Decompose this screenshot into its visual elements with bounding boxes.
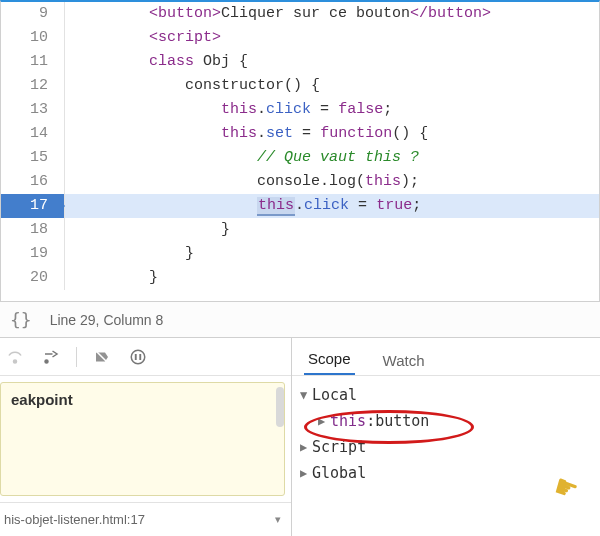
line-number[interactable]: 14 — [1, 122, 65, 146]
line-number[interactable]: 18 — [1, 218, 65, 242]
code-content[interactable]: } — [65, 242, 194, 266]
step-into-icon[interactable] — [40, 346, 62, 368]
code-content[interactable]: <button>Cliquer sur ce bouton</button> — [65, 2, 491, 26]
callstack-row[interactable]: his-objet-listener.html:17 ▾ — [0, 502, 291, 536]
code-line[interactable]: 16 console.log(this); — [1, 170, 599, 194]
paused-message-text: eakpoint — [11, 391, 73, 408]
code-line[interactable]: 14 this.set = function() { — [1, 122, 599, 146]
svg-point-2 — [131, 350, 145, 364]
code-line[interactable]: 12 constructor() { — [1, 74, 599, 98]
chevron-down-icon[interactable]: ▾ — [269, 513, 287, 526]
pretty-print-icon[interactable]: {} — [10, 309, 32, 330]
expand-icon[interactable]: ▶ — [300, 440, 312, 454]
code-content[interactable]: } — [65, 218, 230, 242]
debugger-left-pane: eakpoint his-objet-listener.html:17 ▾ — [0, 338, 292, 536]
scope-tree[interactable]: ▼ Local ▶ this: button ▶ Script ▶ Global… — [292, 376, 600, 492]
scope-local[interactable]: ▼ Local — [300, 382, 592, 408]
editor-statusbar: {} Line 29, Column 8 — [0, 302, 600, 338]
expand-icon[interactable]: ▼ — [300, 388, 312, 402]
tab-watch[interactable]: Watch — [379, 344, 429, 375]
line-number[interactable]: 19 — [1, 242, 65, 266]
pause-on-exceptions-icon[interactable] — [127, 346, 149, 368]
line-number[interactable]: 9 — [1, 2, 65, 26]
line-number[interactable]: 11 — [1, 50, 65, 74]
line-number[interactable]: 17 — [1, 194, 65, 218]
code-content[interactable]: constructor() { — [65, 74, 320, 98]
code-line[interactable]: 15 // Que vaut this ? — [1, 146, 599, 170]
debugger-panel: eakpoint his-objet-listener.html:17 ▾ Sc… — [0, 338, 600, 536]
tab-scope[interactable]: Scope — [304, 342, 355, 375]
expand-icon[interactable]: ▶ — [318, 414, 330, 428]
svg-point-1 — [45, 360, 48, 363]
callstack-location: his-objet-listener.html:17 — [0, 512, 269, 527]
line-number[interactable]: 10 — [1, 26, 65, 50]
line-number[interactable]: 20 — [1, 266, 65, 290]
source-editor[interactable]: 9 <button>Cliquer sur ce bouton</button>… — [0, 0, 600, 302]
code-content[interactable]: this.set = function() { — [65, 122, 428, 146]
code-line[interactable]: 10 <script> — [1, 26, 599, 50]
line-number[interactable]: 15 — [1, 146, 65, 170]
paused-message: eakpoint — [0, 382, 285, 496]
debugger-right-pane: Scope Watch ▼ Local ▶ this: button ▶ Scr… — [292, 338, 600, 536]
toolbar-separator — [76, 347, 77, 367]
code-content[interactable]: this.click = true; — [65, 194, 421, 218]
code-line[interactable]: 17 this.click = true; — [1, 194, 599, 218]
code-line[interactable]: 13 this.click = false; — [1, 98, 599, 122]
code-content[interactable]: console.log(this); — [65, 170, 419, 194]
code-content[interactable]: class Obj { — [65, 50, 248, 74]
code-content[interactable]: // Que vaut this ? — [65, 146, 419, 170]
expand-icon[interactable]: ▶ — [300, 466, 312, 480]
deactivate-breakpoints-icon[interactable] — [91, 346, 113, 368]
scope-this[interactable]: ▶ this: button — [300, 408, 592, 434]
line-number[interactable]: 13 — [1, 98, 65, 122]
line-number[interactable]: 16 — [1, 170, 65, 194]
code-line[interactable]: 19 } — [1, 242, 599, 266]
scope-script[interactable]: ▶ Script — [300, 434, 592, 460]
svg-point-0 — [14, 360, 17, 363]
code-line[interactable]: 11 class Obj { — [1, 50, 599, 74]
code-content[interactable]: this.click = false; — [65, 98, 392, 122]
line-number[interactable]: 12 — [1, 74, 65, 98]
step-over-icon[interactable] — [4, 346, 26, 368]
code-line[interactable]: 20 } — [1, 266, 599, 290]
code-content[interactable]: <script> — [65, 26, 221, 50]
cursor-position: Line 29, Column 8 — [50, 312, 164, 328]
code-content[interactable]: } — [65, 266, 158, 290]
code-line[interactable]: 9 <button>Cliquer sur ce bouton</button> — [1, 2, 599, 26]
code-line[interactable]: 18 } — [1, 218, 599, 242]
debugger-toolbar — [0, 338, 291, 376]
scope-global[interactable]: ▶ Global — [300, 460, 592, 486]
scope-watch-tabs: Scope Watch — [292, 338, 600, 376]
